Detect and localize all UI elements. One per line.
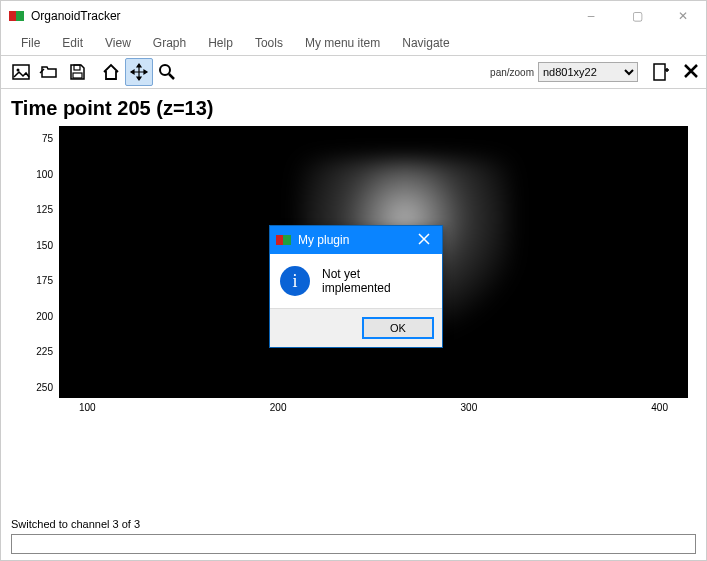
menu-help[interactable]: Help (198, 34, 243, 52)
close-view-button[interactable] (682, 62, 700, 83)
svg-rect-2 (13, 65, 29, 79)
x-tick: 100 (79, 402, 96, 418)
window-close-button[interactable]: ✕ (660, 1, 706, 31)
dataset-select[interactable]: nd801xy22 (538, 62, 638, 82)
dialog-close-button[interactable] (412, 233, 436, 248)
home-button[interactable] (97, 58, 125, 86)
info-dialog: My plugin i Not yet implemented OK (269, 225, 443, 348)
svg-rect-5 (73, 73, 82, 78)
dialog-app-icon (276, 232, 292, 248)
maximize-button[interactable]: ▢ (614, 1, 660, 31)
menubar: File Edit View Graph Help Tools My menu … (1, 31, 706, 55)
svg-rect-8 (276, 235, 284, 245)
open-folder-button[interactable] (35, 58, 63, 86)
titlebar: OrganoidTracker – ▢ ✕ (1, 1, 706, 31)
y-tick: 125 (11, 204, 57, 215)
dialog-titlebar[interactable]: My plugin (270, 226, 442, 254)
dialog-body: i Not yet implemented (270, 254, 442, 308)
menu-graph[interactable]: Graph (143, 34, 196, 52)
toolbar: pan/zoom nd801xy22 (1, 55, 706, 89)
menu-edit[interactable]: Edit (52, 34, 93, 52)
app-icon (9, 8, 25, 24)
svg-rect-0 (9, 11, 17, 21)
x-axis-ticks: 100 200 300 400 (59, 402, 688, 418)
svg-rect-9 (283, 235, 291, 245)
svg-rect-1 (16, 11, 24, 21)
x-tick: 300 (461, 402, 478, 418)
menu-my-menu-item[interactable]: My menu item (295, 34, 390, 52)
status-message: Switched to channel 3 of 3 (11, 518, 140, 530)
minimize-button[interactable]: – (568, 1, 614, 31)
y-tick: 175 (11, 275, 57, 286)
window-title: OrganoidTracker (31, 9, 568, 23)
new-page-button[interactable] (646, 58, 674, 86)
dialog-title: My plugin (298, 233, 349, 247)
y-tick: 250 (11, 381, 57, 392)
y-tick: 200 (11, 310, 57, 321)
x-tick: 400 (651, 402, 668, 418)
menu-file[interactable]: File (11, 34, 50, 52)
x-tick: 200 (270, 402, 287, 418)
mode-label: pan/zoom (490, 67, 534, 78)
svg-point-6 (160, 65, 170, 75)
ok-button[interactable]: OK (362, 317, 434, 339)
y-tick: 225 (11, 346, 57, 357)
page-title: Time point 205 (z=13) (11, 97, 696, 120)
zoom-button[interactable] (153, 58, 181, 86)
window-controls: – ▢ ✕ (568, 1, 706, 31)
save-button[interactable] (63, 58, 91, 86)
dialog-footer: OK (270, 308, 442, 347)
svg-rect-7 (654, 64, 665, 80)
y-tick: 75 (11, 133, 57, 144)
menu-navigate[interactable]: Navigate (392, 34, 459, 52)
command-input[interactable] (11, 534, 696, 554)
y-tick: 100 (11, 168, 57, 179)
menu-view[interactable]: View (95, 34, 141, 52)
info-icon: i (280, 266, 310, 296)
y-tick: 150 (11, 239, 57, 250)
pan-button[interactable] (125, 58, 153, 86)
y-axis-ticks: 75 100 125 150 175 200 225 250 (11, 138, 57, 398)
menu-tools[interactable]: Tools (245, 34, 293, 52)
open-image-button[interactable] (7, 58, 35, 86)
dialog-message: Not yet implemented (322, 267, 432, 295)
